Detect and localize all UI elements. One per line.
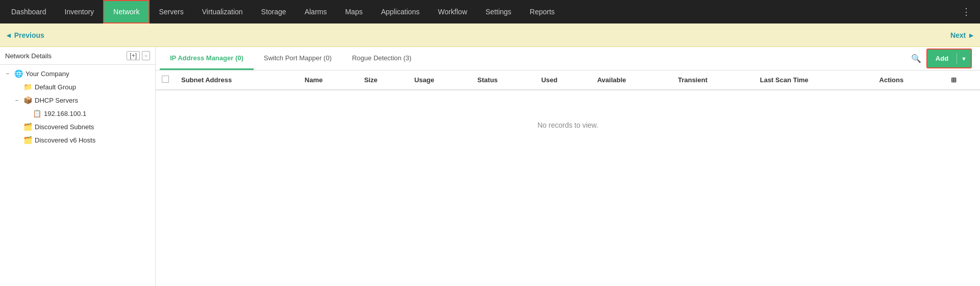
table-header: Subnet AddressNameSizeUsageStatusUsedAva…: [156, 70, 980, 90]
nav-item-settings[interactable]: Settings: [476, 0, 521, 23]
nav-more-button[interactable]: ⋮: [954, 0, 978, 23]
previous-button[interactable]: ◄ Previous: [5, 31, 44, 39]
globe-icon: 🌐: [14, 69, 23, 78]
tree-label: Your Company: [26, 70, 151, 78]
tree-label: 192.168.100.1: [44, 110, 151, 117]
tab-bar: IP Address Manager (0)Switch Port Mapper…: [156, 47, 980, 70]
add-button-label: Add: [927, 52, 957, 65]
tree-item[interactable]: 🗂️Discovered Subnets: [0, 120, 155, 133]
tree-item[interactable]: −📦DHCP Servers: [0, 93, 155, 107]
tree-item[interactable]: −🌐Your Company: [0, 67, 155, 80]
tab-ip-address-manager-0[interactable]: IP Address Manager (0): [160, 47, 254, 70]
tree-item[interactable]: 📁Default Group: [0, 80, 155, 93]
nav-item-reports[interactable]: Reports: [521, 0, 564, 23]
tree-item[interactable]: 🗂️Discovered v6 Hosts: [0, 133, 155, 147]
nav-item-maps[interactable]: Maps: [336, 0, 372, 23]
folder-special-icon: 🗂️: [23, 122, 32, 131]
tree-toggle-icon[interactable]: −: [4, 70, 11, 77]
nav-item-servers[interactable]: Servers: [150, 0, 192, 23]
table-wrapper: Subnet AddressNameSizeUsageStatusUsedAva…: [156, 70, 980, 286]
column-header-⊞: ⊞: [945, 70, 980, 90]
sidebar: Network Details [+] - −🌐Your Company📁Def…: [0, 47, 156, 286]
folder-icon: 📁: [23, 82, 32, 91]
nav-item-applications[interactable]: Applications: [372, 0, 429, 23]
nav-item-network[interactable]: Network: [103, 0, 150, 23]
column-header-checkbox: [156, 70, 175, 90]
sidebar-title: Network Details: [5, 52, 52, 60]
column-header-last-scan-time: Last Scan Time: [754, 70, 873, 90]
column-header-transient: Transient: [672, 70, 754, 90]
add-button[interactable]: Add ▼: [926, 49, 972, 68]
nav-item-workflow[interactable]: Workflow: [429, 0, 476, 23]
content-area: IP Address Manager (0)Switch Port Mapper…: [156, 47, 980, 286]
tree-toggle-icon[interactable]: −: [13, 97, 20, 103]
nav-item-dashboard[interactable]: Dashboard: [2, 0, 56, 23]
dhcp-icon: 📦: [23, 96, 32, 105]
sidebar-tree: −🌐Your Company📁Default Group−📦DHCP Serve…: [0, 65, 155, 149]
tree-label: Default Group: [35, 83, 151, 91]
column-header-subnet-address: Subnet Address: [175, 70, 299, 90]
item-icon: 📋: [32, 109, 41, 118]
main-area: Network Details [+] - −🌐Your Company📁Def…: [0, 47, 980, 286]
next-button[interactable]: Next ►: [950, 31, 975, 39]
nav-item-virtualization[interactable]: Virtualization: [193, 0, 252, 23]
sidebar-collapse-button[interactable]: -: [142, 51, 150, 60]
column-header-actions: Actions: [873, 70, 945, 90]
table-empty-row: No records to view.: [156, 90, 980, 160]
sidebar-add-button[interactable]: [+]: [127, 51, 140, 60]
tree-label: Discovered v6 Hosts: [35, 136, 151, 144]
column-header-size: Size: [358, 70, 408, 90]
search-button[interactable]: 🔍: [909, 52, 923, 65]
tab-rogue-detection-3[interactable]: Rogue Detection (3): [342, 47, 422, 70]
tab-switch-port-mapper-0[interactable]: Switch Port Mapper (0): [254, 47, 342, 70]
no-records-message: No records to view.: [156, 90, 980, 160]
column-header-name: Name: [299, 70, 358, 90]
column-header-status: Status: [471, 70, 535, 90]
tree-label: DHCP Servers: [35, 97, 151, 104]
nav-item-storage[interactable]: Storage: [252, 0, 296, 23]
column-header-usage: Usage: [408, 70, 472, 90]
data-table: Subnet AddressNameSizeUsageStatusUsedAva…: [156, 70, 980, 160]
sidebar-header: Network Details [+] -: [0, 47, 155, 65]
select-all-checkbox[interactable]: [162, 76, 169, 83]
tree-label: Discovered Subnets: [35, 123, 151, 131]
add-button-arrow[interactable]: ▼: [957, 53, 971, 64]
tree-item[interactable]: 📋192.168.100.1: [0, 107, 155, 120]
tab-actions: 🔍 Add ▼: [905, 47, 976, 70]
column-header-used: Used: [535, 70, 591, 90]
top-nav: DashboardInventoryNetworkServersVirtuali…: [0, 0, 980, 23]
folder-special-icon: 🗂️: [23, 135, 32, 145]
column-header-available: Available: [591, 70, 672, 90]
nav-item-alarms[interactable]: Alarms: [296, 0, 336, 23]
sidebar-actions: [+] -: [127, 51, 150, 60]
nav-item-inventory[interactable]: Inventory: [56, 0, 104, 23]
prev-next-bar: ◄ Previous Next ►: [0, 23, 980, 47]
